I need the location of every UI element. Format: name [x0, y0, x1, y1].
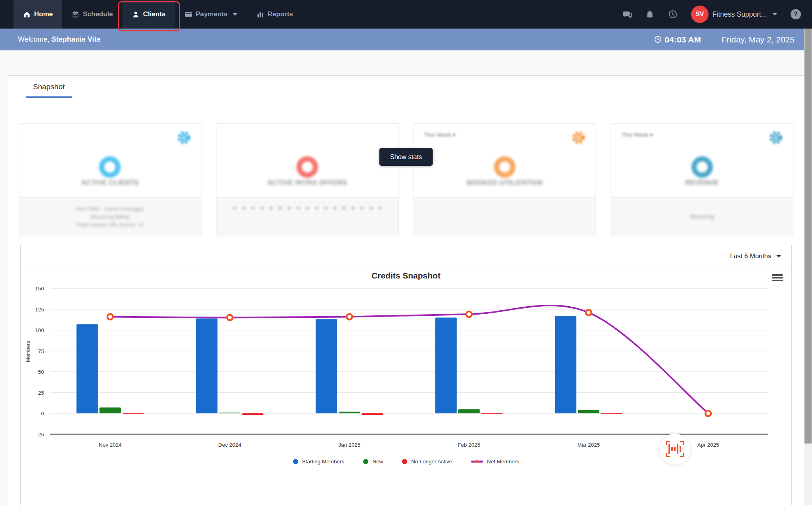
svg-text:50: 50: [38, 369, 44, 375]
date-range-dropdown[interactable]: Last 6 Months: [730, 252, 781, 260]
footer-line: Recurring: [690, 213, 714, 220]
calendar-icon: [72, 11, 79, 18]
credits-snapshot-card: Last 6 Months -250255075100125150Members…: [20, 245, 792, 505]
chevron-down-icon: [233, 13, 237, 16]
card-top: ACTIVE INTRO OFFERS: [216, 124, 398, 197]
period-dropdown[interactable]: This Week ▾: [424, 132, 456, 138]
legend-dot: [293, 459, 298, 464]
vertical-scrollbar[interactable]: [804, 29, 812, 505]
legend-item-net-members: Net Members: [471, 459, 519, 465]
nav-label-home: Home: [34, 10, 53, 18]
legend-label: Starting Members: [302, 459, 345, 465]
account-name: Fitness Support...: [712, 10, 767, 19]
gear-icon[interactable]: [572, 131, 585, 144]
loading-spinner: [659, 434, 690, 465]
current-time: 04:03 AM: [654, 35, 701, 44]
nav-label-reports: Reports: [268, 10, 293, 18]
chat-icon[interactable]: [622, 10, 632, 19]
card-footer: Intro Offer - Active Packages Recurring …: [19, 197, 201, 236]
svg-text:125: 125: [35, 307, 44, 313]
footer-line: Total Contact: 96, Alumni: 12: [76, 222, 144, 228]
card-title: ACTIVE CLIENTS: [19, 179, 201, 187]
card-title: BOOKED UTILIZATION: [414, 179, 596, 187]
top-navbar: Home Schedule Clients Payments Reports S…: [0, 0, 812, 29]
nav-item-home[interactable]: Home: [13, 0, 62, 29]
card-active-clients: ACTIVE CLIENTS Intro Offer - Active Pack…: [19, 123, 201, 236]
bar-chart-icon: [257, 11, 264, 18]
credits-snapshot-chart: -250255075100125150MembersNov 2024Dec 20…: [21, 267, 789, 505]
snapshot-panel: Snapshot ACTIVE CLIENTS Intro Offer - Ac…: [8, 75, 804, 505]
legend-item-no-longer-active: No Longer Active: [402, 459, 452, 465]
help-icon[interactable]: ?: [791, 9, 801, 19]
legend-label: Net Members: [487, 459, 519, 465]
active-clients-donut-icon: [99, 156, 121, 178]
footer-line: Intro Offer - Active Packages: [76, 206, 144, 212]
person-icon: [132, 11, 140, 18]
welcome-greeting: Welcome,: [18, 35, 50, 43]
nav-item-schedule[interactable]: Schedule: [62, 0, 123, 29]
period-dropdown[interactable]: This Week ▾: [621, 132, 653, 138]
card-revenue: This Week ▾ REVENUE Recurring: [611, 123, 793, 236]
svg-text:-25: -25: [36, 432, 44, 438]
show-stats-button[interactable]: Show stats: [379, 148, 433, 166]
svg-text:0: 0: [41, 411, 44, 417]
nav-item-clients[interactable]: Clients: [123, 0, 175, 29]
welcome-message: Welcome, Stephanie Vite: [18, 35, 100, 44]
svg-text:Nov 2024: Nov 2024: [99, 442, 122, 448]
chart-card-header: Last 6 Months: [21, 245, 791, 267]
home-icon: [23, 11, 31, 18]
account-menu[interactable]: SV Fitness Support...: [691, 6, 777, 23]
chart-body: -250255075100125150MembersNov 2024Dec 20…: [21, 267, 791, 505]
card-footer: [414, 197, 596, 236]
credit-card-icon: [185, 11, 192, 18]
history-clock-icon[interactable]: [668, 10, 678, 19]
bell-icon[interactable]: [645, 10, 655, 19]
card-top: This Week ▾ BOOKED UTILIZATION: [414, 124, 596, 197]
gear-icon[interactable]: [177, 131, 191, 144]
welcome-bar: Welcome, Stephanie Vite 04:03 AM Friday,…: [0, 29, 812, 50]
card-title: REVENUE: [611, 179, 793, 187]
legend-line-marker: [471, 461, 483, 463]
time-text: 04:03 AM: [665, 35, 701, 44]
scrollbar-thumb[interactable]: [804, 29, 812, 444]
card-top: This Week ▾ REVENUE: [611, 124, 793, 197]
svg-text:100: 100: [35, 327, 44, 333]
svg-text:Jan 2025: Jan 2025: [338, 442, 360, 448]
svg-text:150: 150: [35, 286, 44, 292]
svg-text:Apr 2025: Apr 2025: [697, 442, 719, 448]
card-footer: [216, 197, 398, 236]
tab-strip: Snapshot: [8, 76, 804, 101]
clock-icon: [654, 36, 662, 43]
footer-line: Recurring Billing: [90, 214, 129, 220]
tab-snapshot[interactable]: Snapshot: [26, 83, 72, 98]
legend-dot: [402, 459, 407, 464]
card-active-intro-offers: ACTIVE INTRO OFFERS: [216, 123, 399, 236]
welcome-user-name: Stephanie Vite: [52, 35, 101, 43]
chart-menu-icon[interactable]: [772, 274, 783, 282]
chevron-down-icon: [776, 255, 781, 257]
legend-dot: [363, 459, 368, 464]
svg-text:Mar 2025: Mar 2025: [577, 442, 600, 448]
chart-title: Credits Snapshot: [21, 271, 791, 280]
revenue-donut-icon: [691, 156, 713, 178]
legend-item-starting-members: Starting Members: [293, 459, 345, 465]
footer-blurred-row: [233, 207, 382, 209]
card-top: ACTIVE CLIENTS: [19, 124, 201, 197]
main-nav: Home Schedule Clients Payments Reports: [13, 0, 303, 29]
card-footer: Recurring: [611, 197, 793, 236]
nav-label-payments: Payments: [196, 10, 228, 18]
nav-item-payments[interactable]: Payments: [175, 0, 247, 29]
datetime-area: 04:03 AM Friday, May 2, 2025: [654, 35, 795, 44]
date-range-label: Last 6 Months: [730, 252, 771, 260]
avatar[interactable]: SV: [691, 6, 709, 23]
card-title: ACTIVE INTRO OFFERS: [216, 179, 398, 187]
chevron-down-icon: [772, 13, 777, 15]
stat-cards-row: ACTIVE CLIENTS Intro Offer - Active Pack…: [8, 101, 804, 236]
svg-text:Dec 2024: Dec 2024: [218, 442, 241, 448]
legend-label: No Longer Active: [411, 459, 452, 465]
booked-utilization-donut-icon: [494, 156, 515, 178]
nav-item-reports[interactable]: Reports: [247, 0, 303, 29]
active-intro-offers-donut-icon: [297, 156, 318, 178]
gear-icon[interactable]: [769, 131, 783, 144]
svg-text:75: 75: [38, 348, 44, 354]
